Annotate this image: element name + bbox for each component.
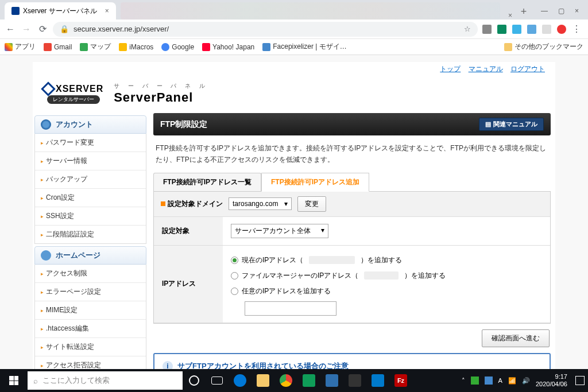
sidebar-item[interactable]: MIME設定 xyxy=(35,301,146,319)
url-text: secure.xserver.ne.jp/xserver/ xyxy=(74,25,169,33)
extension-icon[interactable] xyxy=(557,25,566,34)
taskbar-clock[interactable]: 9:17 2020/04/06 xyxy=(536,373,570,388)
minimize-button[interactable]: — xyxy=(541,7,548,15)
tab-title: Xserver サーバーパネル xyxy=(23,6,97,16)
notice-title: サブFTPアカウントを利用されている場合のご注意 xyxy=(177,361,349,369)
forward-button[interactable]: → xyxy=(21,24,32,35)
bookmark-item[interactable]: マップ xyxy=(80,42,111,52)
manual-link[interactable]: マニュアル xyxy=(469,65,503,73)
tray-icon[interactable] xyxy=(485,377,493,385)
app-icon[interactable] xyxy=(320,369,343,392)
page-description: FTP接続を許可するIPアドレスを追加できます。接続を許可するIPアドレスを設定… xyxy=(153,135,551,173)
sidebar-item[interactable]: .htaccess編集 xyxy=(35,319,146,337)
sidebar-item[interactable]: 二段階認証設定 xyxy=(35,225,146,243)
star-icon[interactable]: ☆ xyxy=(464,25,471,33)
page-title: FTP制限設定 xyxy=(160,119,207,130)
custom-ip-input[interactable] xyxy=(245,301,336,316)
address-bar[interactable]: 🔒 secure.xserver.ne.jp/xserver/ ☆ xyxy=(53,22,478,37)
edge-icon[interactable] xyxy=(229,369,252,392)
ime-icon[interactable]: A xyxy=(498,377,502,384)
radio-icon xyxy=(231,272,238,280)
change-button[interactable]: 変更 xyxy=(297,196,326,212)
sidebar-head-account: アカウント xyxy=(34,115,146,134)
tab-ip-list[interactable]: FTP接続許可IPアドレス一覧 xyxy=(153,173,261,191)
browser-tab[interactable]: Xserver サーバーパネル × xyxy=(5,2,116,20)
menu-icon[interactable]: ⋮ xyxy=(572,24,581,34)
sidebar-item[interactable]: サーバー情報 xyxy=(35,152,146,170)
tab-close-icon[interactable]: × xyxy=(105,7,109,15)
bookmark-item[interactable]: Google xyxy=(161,43,194,51)
rental-badge: レンタルサーバー xyxy=(47,95,100,104)
vscode-icon[interactable] xyxy=(366,369,389,392)
sidebar-item[interactable]: エラーページ設定 xyxy=(35,282,146,301)
sidebar-item[interactable]: バックアップ xyxy=(35,170,146,188)
tab-ip-add[interactable]: FTP接続許可IPアドレス追加 xyxy=(261,173,369,192)
other-bookmarks[interactable]: その他のブックマーク xyxy=(504,42,583,52)
serverpanel-title: サ ー バ ー パ ネ ル ServerPanel xyxy=(114,82,208,105)
task-view-icon[interactable] xyxy=(206,369,229,392)
back-button[interactable]: ← xyxy=(5,24,16,35)
apps-button[interactable]: アプリ xyxy=(5,42,36,52)
ghost-tab-close-icon[interactable]: × xyxy=(505,11,516,20)
close-window-button[interactable]: × xyxy=(575,7,579,15)
sidebar-item[interactable]: アクセス拒否設定 xyxy=(35,356,146,369)
notifications-icon[interactable] xyxy=(575,376,585,385)
user-icon xyxy=(41,119,51,130)
extension-icon[interactable] xyxy=(497,25,506,34)
profile-icon[interactable] xyxy=(542,25,551,34)
target-label: 設定対象 xyxy=(154,217,223,246)
sidebar-head-homepage: ホームページ xyxy=(34,246,146,265)
cortana-icon[interactable] xyxy=(183,369,206,392)
logout-link[interactable]: ログアウト xyxy=(510,65,545,73)
domain-select[interactable]: tarosango.com ▾ xyxy=(229,197,292,210)
radio-icon xyxy=(231,288,238,295)
radio-filemanager-ip[interactable]: ファイルマネージャーのIPアドレス（）を追加する xyxy=(231,268,542,284)
bookmark-item[interactable]: Gmail xyxy=(44,43,72,51)
new-tab-button[interactable]: + xyxy=(516,3,532,20)
reload-button[interactable]: ⟳ xyxy=(37,24,48,35)
sidebar-item[interactable]: サイト転送設定 xyxy=(35,337,146,356)
tab-favicon xyxy=(11,7,20,15)
sidebar-item[interactable]: アクセス制限 xyxy=(35,265,146,282)
related-manual-button[interactable]: ▤ 関連マニュアル xyxy=(479,118,544,131)
extension-icon[interactable] xyxy=(527,25,536,34)
sidebar-item[interactable]: SSH設定 xyxy=(35,207,146,225)
start-button[interactable] xyxy=(0,369,28,392)
radio-current-ip[interactable]: 現在のIPアドレス（）を追加する xyxy=(231,253,542,268)
ip-label: IPアドレス xyxy=(154,245,223,323)
radio-custom-ip[interactable]: 任意のIPアドレスを追加する xyxy=(231,284,542,299)
sidebar-item[interactable]: Cron設定 xyxy=(35,188,146,207)
confirm-button[interactable]: 確認画面へ進む xyxy=(482,329,550,347)
chrome-icon[interactable] xyxy=(274,369,297,392)
target-select[interactable]: サーバーアカウント全体 ▾ xyxy=(231,224,328,238)
wifi-icon[interactable]: 📶 xyxy=(508,377,516,385)
blurred-tabs xyxy=(121,2,500,20)
bookmark-item[interactable]: iMacros xyxy=(119,43,153,51)
page-icon xyxy=(41,250,51,261)
xserver-logo: XSERVER レンタルサーバー xyxy=(43,84,103,104)
top-link[interactable]: トップ xyxy=(440,65,461,73)
radio-icon xyxy=(231,257,238,264)
extension-icon[interactable] xyxy=(512,25,521,34)
bookmark-item[interactable]: Yahoo! Japan xyxy=(202,43,254,51)
filezilla-icon[interactable]: Fz xyxy=(389,369,412,392)
taskbar-search[interactable]: ⌕ ここに入力して検索 xyxy=(28,371,183,390)
masked-ip xyxy=(364,271,399,280)
info-icon: i xyxy=(163,361,173,369)
bookmark-item[interactable]: Facepixelizer | モザイ… xyxy=(262,42,346,52)
explorer-icon[interactable] xyxy=(252,369,274,392)
domain-label: 設定対象ドメイン xyxy=(161,199,223,209)
lock-icon: 🔒 xyxy=(60,25,69,33)
volume-icon[interactable]: 🔊 xyxy=(522,377,530,385)
sidebar-item[interactable]: パスワード変更 xyxy=(35,134,146,152)
store-icon[interactable] xyxy=(297,369,320,392)
xserver-icon xyxy=(41,81,55,96)
extension-icon[interactable] xyxy=(482,25,492,34)
maximize-button[interactable]: ▢ xyxy=(558,7,564,15)
tray-icon[interactable] xyxy=(471,377,479,385)
search-icon: ⌕ xyxy=(33,377,38,385)
masked-ip xyxy=(309,256,355,264)
tray-chevron-icon[interactable]: ˄ xyxy=(462,377,465,385)
app-icon[interactable] xyxy=(343,369,366,392)
page-title-bar: FTP制限設定 ▤ 関連マニュアル xyxy=(153,113,551,135)
